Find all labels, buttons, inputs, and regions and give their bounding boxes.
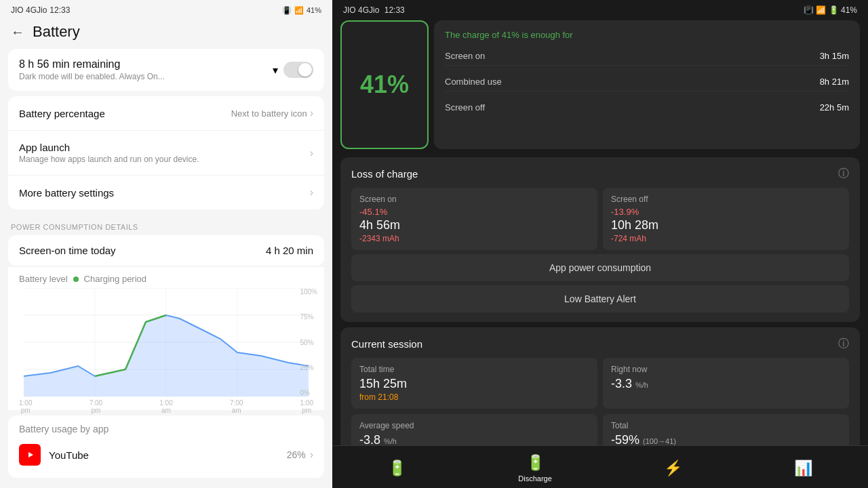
battery-card-controls: ▾ [273, 62, 313, 78]
right-content: 41% The charge of 41% is enough for Scre… [332, 18, 868, 445]
session-total-time-sub: from 21:08 [359, 392, 589, 402]
gauge-screen-on-value: 3h 15m [820, 51, 849, 61]
session-total: Total -59% (100→41) -3027 mAh [603, 414, 849, 445]
gauge-info-title: The charge of 41% is enough for [445, 30, 849, 40]
session-total-time-value: 15h 25m [359, 377, 589, 391]
session-total-time-title: Total time [359, 365, 589, 374]
tab-discharge[interactable]: 🔋 Discharge [507, 451, 563, 485]
chart-x-labels: 1:00pm 7:00pm 1:00am 7:00am 1:00pm [14, 396, 319, 414]
chart-area: 100% 75% 50% 25% 0% [14, 288, 319, 396]
battery-percentage-item[interactable]: Battery percentage Next to battery icon … [8, 96, 324, 131]
app-row-left: YouTube [19, 444, 89, 466]
loss-screen-on-title: Screen on [359, 195, 589, 204]
battery-percentage-left: Battery percentage [19, 108, 105, 119]
loss-screen-on-time: 4h 56m [359, 218, 589, 232]
gauge-row-screen-off: Screen off 22h 5m [445, 98, 849, 117]
vibrate-icon: 📳 [282, 6, 292, 15]
y-label-50: 50% [300, 339, 317, 346]
screen-on-label: Screen-on time today [19, 245, 116, 256]
svg-marker-8 [24, 315, 309, 396]
gauge-screen-off-value: 22h 5m [820, 102, 849, 113]
loss-of-charge-card: Loss of charge ⓘ Screen on -45.1% 4h 56m… [340, 157, 860, 322]
battery-level-header: Battery level Charging period [19, 274, 313, 288]
more-battery-item[interactable]: More battery settings › [8, 176, 324, 209]
session-right-now-value: -3.3 %/h [611, 377, 841, 391]
current-session-card: Current session ⓘ Total time 15h 25m fro… [340, 327, 860, 445]
signal-icon: 📶 [294, 6, 304, 15]
back-button[interactable]: ← [11, 24, 24, 40]
session-right-now: Right now -3.3 %/h [603, 358, 849, 409]
usage-by-app: Battery usage by app YouTube 26% › [8, 415, 324, 478]
tab-icon-1: 🔋 [388, 460, 406, 477]
left-status-right: 📳 📶 41% [282, 6, 321, 15]
battery-percentage-title: Battery percentage [19, 108, 105, 119]
session-right-now-title: Right now [611, 365, 841, 374]
battery-subtext: Dark mode will be enabled. Always On... [19, 72, 165, 81]
chevron-icon-2: › [310, 147, 313, 159]
loss-screen-off-pct: -13.9% [611, 207, 841, 217]
y-label-100: 100% [300, 288, 317, 296]
right-status-right: 📳 📶 🔋 41% [804, 5, 857, 15]
left-status-bar: JIO 4GJio 12:33 📳 📶 41% [0, 0, 332, 18]
charging-label: Charging period [84, 274, 147, 284]
chevron-icon-4: › [310, 449, 313, 461]
app-launch-item[interactable]: App launch Manage how apps launch and ru… [8, 131, 324, 176]
page-title: Battery [33, 23, 80, 41]
loss-screen-on-pct: -45.1% [359, 207, 589, 217]
app-pct-youtube: 26% [287, 449, 306, 460]
bottom-tabs: 🔋 🔋 Discharge ⚡ 📊 [332, 445, 868, 488]
low-battery-btn[interactable]: Low Battery Alert [351, 285, 849, 312]
x-label-2: 7:00pm [90, 399, 102, 414]
x-label-4: 7:00am [230, 399, 243, 414]
tab-icon-discharge: 🔋 [526, 454, 545, 472]
tab-stats[interactable]: 📊 [783, 457, 823, 480]
current-session-title: Current session [351, 338, 422, 350]
app-pct-row: 26% › [287, 449, 313, 461]
gauge-row-combined: Combined use 8h 21m [445, 73, 849, 92]
left-status-carrier: JIO 4GJio 12:33 [11, 5, 70, 15]
battery-info: 8 h 56 min remaining Dark mode will be e… [19, 58, 165, 81]
x-label-1: 1:00pm [19, 399, 32, 414]
loss-of-charge-title: Loss of charge [351, 168, 418, 180]
chevron-icon-3: › [310, 186, 313, 199]
right-icons: 📳 📶 🔋 [804, 5, 841, 15]
y-label-25: 25% [300, 364, 317, 371]
screen-on-row: Screen-on time today 4 h 20 min [8, 235, 324, 266]
battery-remaining: 8 h 56 min remaining [19, 58, 165, 70]
right-battery-pct: 41% [841, 5, 857, 15]
chevron-icon-1: › [310, 107, 313, 119]
session-total-value: -59% (100→41) [611, 433, 841, 445]
charging-dot [73, 277, 79, 282]
gauge-screen-off-label: Screen off [445, 102, 485, 113]
info-icon-session[interactable]: ⓘ [838, 337, 849, 351]
right-time: 12:33 [384, 5, 405, 15]
loss-screen-off-col: Screen off -13.9% 10h 28m -724 mAh [603, 188, 849, 250]
carrier-text: JIO 4GJio [11, 5, 47, 15]
screen-on-value: 4 h 20 min [266, 245, 313, 256]
gauge-box: 41% [340, 20, 429, 149]
app-launch-left: App launch Manage how apps launch and ru… [19, 142, 199, 164]
gauge-pct: 41% [360, 70, 409, 99]
app-power-btn[interactable]: App power consumption [351, 254, 849, 281]
tab-icon-stats: 📊 [794, 460, 812, 477]
tab-charge[interactable]: ⚡ [653, 457, 693, 480]
session-total-title: Total [611, 421, 841, 430]
battery-toggle[interactable] [283, 62, 313, 78]
menu-section: Battery percentage Next to battery icon … [8, 96, 324, 209]
gauge-row-screen-on: Screen on 3h 15m [445, 47, 849, 66]
app-launch-sub: Manage how apps launch and run on your d… [19, 155, 199, 164]
usage-by-app-title: Battery usage by app [19, 424, 313, 434]
tab-battery-1[interactable]: 🔋 [377, 457, 417, 480]
gauge-combined-value: 8h 21m [820, 77, 849, 87]
info-icon-loss[interactable]: ⓘ [838, 167, 849, 181]
tab-icon-charge: ⚡ [664, 460, 682, 477]
y-label-0: 0% [300, 389, 317, 396]
right-status-left: JIO 4GJio 12:33 [343, 5, 405, 15]
expand-icon: ▾ [273, 64, 278, 77]
app-row-youtube[interactable]: YouTube 26% › [19, 440, 313, 470]
battery-percentage-value: Next to battery icon [231, 108, 307, 119]
youtube-icon [19, 444, 41, 466]
right-panel: JIO 4GJio 12:33 📳 📶 🔋 41% 41% The charge… [332, 0, 868, 488]
right-status-bar: JIO 4GJio 12:33 📳 📶 🔋 41% [332, 0, 868, 18]
app-launch-title: App launch [19, 142, 199, 153]
